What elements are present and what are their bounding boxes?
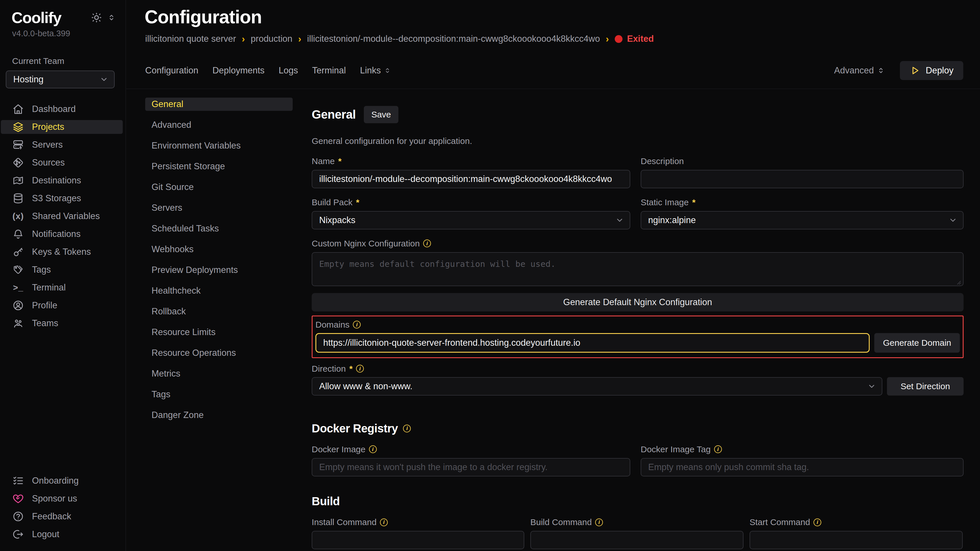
team-select[interactable]: Hosting — [6, 70, 115, 88]
sidebar-item-terminal[interactable]: >_ Terminal — [1, 281, 123, 294]
collapse-chevrons-icon[interactable] — [107, 13, 116, 22]
resize-handle-icon[interactable] — [957, 280, 961, 285]
info-icon: i — [356, 365, 364, 373]
sidebar-item-label: Sponsor us — [32, 494, 77, 504]
config-nav-item-scheduled-tasks[interactable]: Scheduled Tasks — [145, 222, 293, 235]
domains-input[interactable] — [315, 333, 870, 353]
sidebar-item-profile[interactable]: Profile — [1, 299, 123, 312]
build-command-input[interactable] — [530, 531, 743, 549]
layers-icon — [13, 121, 24, 133]
sidebar-item-label: S3 Storages — [32, 193, 81, 203]
start-command-input[interactable] — [749, 531, 963, 549]
generate-nginx-button[interactable]: Generate Default Nginx Configuration — [312, 293, 964, 311]
config-nav-item-servers[interactable]: Servers — [145, 201, 293, 214]
config-nav-item-resource-operations[interactable]: Resource Operations — [145, 346, 293, 360]
config-nav-item-resource-limits[interactable]: Resource Limits — [145, 326, 293, 339]
generate-domain-button[interactable]: Generate Domain — [874, 333, 960, 353]
tab-bar: Configuration Deployments Logs Terminal … — [126, 61, 980, 89]
sidebar-item-notifications[interactable]: Notifications — [1, 227, 123, 241]
profile-icon — [13, 300, 24, 311]
sidebar-item-dashboard[interactable]: Dashboard — [1, 102, 123, 116]
docker-image-label: Docker Image — [312, 445, 366, 454]
advanced-menu[interactable]: Advanced — [834, 65, 885, 76]
build-pack-select[interactable]: Nixpacks — [312, 211, 630, 229]
save-button[interactable]: Save — [364, 106, 398, 123]
breadcrumb-application[interactable]: illicitestonion/-module--decomposition:m… — [307, 34, 600, 44]
sidebar-item-sources[interactable]: Sources — [1, 156, 123, 170]
config-nav-item-git-source[interactable]: Git Source — [145, 181, 293, 194]
start-command-label: Start Command — [749, 517, 810, 527]
current-team-label: Current Team — [0, 38, 126, 66]
direction-label: Direction — [312, 364, 346, 374]
breadcrumb-environment[interactable]: production — [251, 34, 293, 44]
config-nav-item-metrics[interactable]: Metrics — [145, 367, 293, 380]
tab-deployments[interactable]: Deployments — [212, 65, 264, 76]
theme-toggle-sun-icon[interactable] — [91, 12, 102, 23]
status-dot-icon — [615, 35, 622, 43]
config-nav-item-webhooks[interactable]: Webhooks — [145, 243, 293, 256]
description-label: Description — [641, 156, 684, 166]
tab-links[interactable]: Links — [360, 65, 391, 76]
static-image-value: nginx:alpine — [648, 215, 696, 225]
app-version: v4.0.0-beta.399 — [0, 27, 126, 38]
sidebar-item-label: Profile — [32, 300, 57, 311]
sidebar-nav: Dashboard Projects Servers Sources Desti… — [0, 102, 126, 330]
custom-nginx-textarea[interactable] — [312, 252, 964, 286]
sidebar-item-sponsor-us[interactable]: Sponsor us — [1, 492, 123, 505]
config-nav-item-general[interactable]: General — [145, 98, 293, 111]
info-icon: i — [423, 240, 431, 247]
sidebar-item-label: Feedback — [32, 511, 71, 522]
database-icon — [13, 192, 24, 204]
description-input[interactable] — [641, 170, 964, 188]
sidebar-item-onboarding[interactable]: Onboarding — [1, 474, 123, 487]
sidebar-item-destinations[interactable]: Destinations — [1, 174, 123, 187]
info-icon: i — [353, 321, 361, 329]
breadcrumb-project[interactable]: illicitonion quote server — [145, 34, 236, 44]
sidebar-item-teams[interactable]: Teams — [1, 316, 123, 330]
docker-image-tag-label: Docker Image Tag — [641, 445, 711, 454]
general-heading: General — [312, 108, 356, 121]
status-label: Exited — [627, 34, 654, 44]
sidebar-item-label: Notifications — [32, 229, 81, 239]
domains-label: Domains — [315, 320, 349, 330]
logout-icon — [13, 529, 24, 540]
config-nav-item-healthcheck[interactable]: Healthcheck — [145, 284, 293, 297]
key-icon — [13, 246, 24, 258]
breadcrumb: illicitonion quote server › production ›… — [145, 33, 980, 44]
install-command-input[interactable] — [312, 531, 524, 549]
static-image-select[interactable]: nginx:alpine — [641, 211, 964, 229]
set-direction-button[interactable]: Set Direction — [887, 377, 964, 395]
advanced-label: Advanced — [834, 65, 874, 76]
config-nav-item-rollback[interactable]: Rollback — [145, 305, 293, 318]
sidebar-item-servers[interactable]: Servers — [1, 138, 123, 152]
sidebar-item-feedback[interactable]: Feedback — [1, 510, 123, 523]
config-nav-item-preview-deployments[interactable]: Preview Deployments — [145, 264, 293, 277]
sidebar-item-projects[interactable]: Projects — [1, 120, 123, 134]
deploy-button[interactable]: Deploy — [900, 61, 964, 80]
info-icon: i — [369, 445, 377, 453]
sidebar-item-shared-variables[interactable]: (x) Shared Variables — [1, 209, 123, 223]
config-nav-item-danger-zone[interactable]: Danger Zone — [145, 408, 293, 422]
build-heading: Build — [312, 495, 964, 508]
sidebar-item-label: Destinations — [32, 175, 81, 186]
build-pack-label: Build Pack — [312, 197, 353, 207]
config-nav-item-advanced[interactable]: Advanced — [145, 118, 293, 132]
config-nav-item-environment-variables[interactable]: Environment Variables — [145, 139, 293, 152]
direction-value: Allow www & non-www. — [319, 381, 412, 392]
sidebar-item-tags[interactable]: Tags — [1, 263, 123, 277]
direction-select[interactable]: Allow www & non-www. — [312, 377, 882, 395]
name-input[interactable] — [312, 170, 630, 188]
sidebar-item-logout[interactable]: Logout — [1, 527, 123, 541]
domains-highlight-box: Domains i Generate Domain — [312, 316, 964, 358]
sidebar-item-keys-tokens[interactable]: Keys & Tokens — [1, 245, 123, 259]
config-nav-item-tags[interactable]: Tags — [145, 388, 293, 401]
sidebar-item-s3-storages[interactable]: S3 Storages — [1, 191, 123, 205]
tab-terminal[interactable]: Terminal — [312, 65, 346, 76]
chevrons-up-down-icon — [877, 67, 885, 75]
docker-image-input[interactable] — [312, 458, 630, 476]
config-nav-item-persistent-storage[interactable]: Persistent Storage — [145, 160, 293, 173]
tab-logs[interactable]: Logs — [278, 65, 298, 76]
tab-configuration[interactable]: Configuration — [145, 65, 198, 76]
help-icon — [13, 511, 24, 522]
docker-image-tag-input[interactable] — [641, 458, 964, 476]
